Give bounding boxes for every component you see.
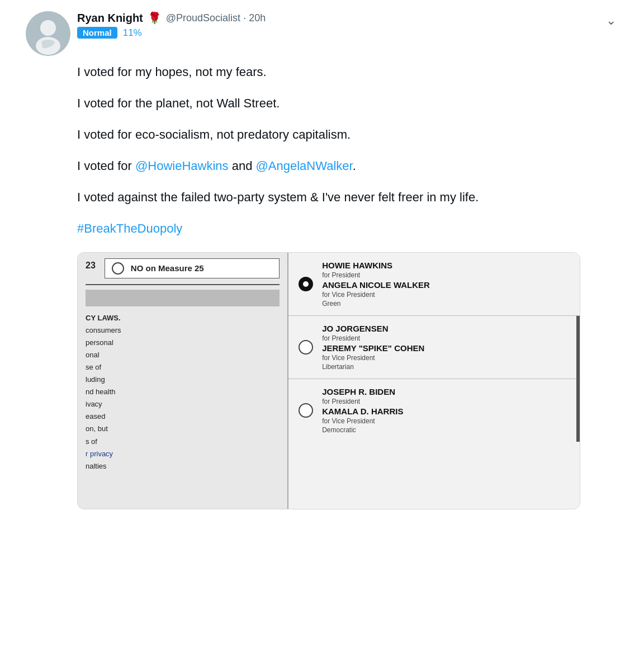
tweet-header: Ryan Knight 🌹 @ProudSocialist · 20h Norm…: [26, 11, 618, 56]
biden-president-name: JOSEPH R. BIDEN: [322, 387, 403, 396]
candidate-info-hawkins: HOWIE HAWKINS for President ANGELA NICOL…: [322, 261, 430, 308]
candidate-row-jorgensen-wrapper: JO JORGENSEN for President JEREMY "SPIKE…: [288, 316, 580, 379]
ballot-measure-box: NO on Measure 25: [105, 258, 280, 278]
candidate-circle-hawkins: [299, 277, 313, 291]
candidate-info-jorgensen: JO JORGENSEN for President JEREMY "SPIKE…: [322, 324, 424, 371]
hawkins-party: Green: [322, 300, 430, 308]
mention-angela[interactable]: @AngelaNWalker: [256, 159, 353, 173]
biden-vp-name: KAMALA D. HARRIS: [322, 407, 403, 416]
tweet-header-left: Ryan Knight 🌹 @ProudSocialist · 20h Norm…: [26, 11, 266, 56]
rose-emoji: 🌹: [148, 11, 162, 25]
normal-badge: Normal: [77, 27, 117, 39]
ballot-right: HOWIE HAWKINS for President ANGELA NICOL…: [288, 253, 580, 509]
chevron-down-icon[interactable]: ⌄: [604, 11, 618, 30]
percent-label: 11%: [123, 27, 142, 39]
right-accent-bar-biden: [576, 379, 580, 442]
hawkins-president-role: for President: [322, 271, 430, 279]
right-accent-bar-jorgensen: [576, 316, 580, 379]
display-name: Ryan Knight: [77, 12, 143, 25]
ballot-left: 23 NO on Measure 25 CY LAWS. consumers p…: [78, 253, 288, 509]
biden-vp-role: for Vice President: [322, 417, 403, 425]
ballot-gray-block: [86, 290, 280, 306]
jorgensen-party: Libertarian: [322, 363, 424, 371]
candidate-row-biden-wrapper: JOSEPH R. BIDEN for President KAMALA D. …: [288, 379, 580, 442]
user-name-row: Ryan Knight 🌹 @ProudSocialist · 20h: [77, 11, 266, 25]
tweet-line-3: I voted for eco-socialism, not predatory…: [77, 125, 618, 144]
hawkins-president-name: HOWIE HAWKINS: [322, 261, 430, 270]
user-meta-row: Normal 11%: [77, 27, 266, 39]
ballot-no-circle: [112, 262, 124, 275]
hawkins-vp-name: ANGELA NICOLE WALKER: [322, 280, 430, 290]
candidate-row-biden: JOSEPH R. BIDEN for President KAMALA D. …: [288, 379, 576, 442]
jorgensen-vp-role: for Vice President: [322, 354, 424, 362]
ballot-measure-text: NO on Measure 25: [131, 263, 204, 273]
ballot-left-text: CY LAWS. consumers personal onal se of l…: [86, 312, 280, 472]
handle[interactable]: @ProudSocialist: [166, 12, 240, 23]
user-info: Ryan Knight 🌹 @ProudSocialist · 20h Norm…: [77, 11, 266, 39]
candidate-row-jorgensen: JO JORGENSEN for President JEREMY "SPIKE…: [288, 316, 576, 379]
candidate-circle-jorgensen: [299, 340, 313, 355]
tweet-text: I voted for my hopes, not my fears. I vo…: [77, 63, 618, 239]
avatar[interactable]: [26, 11, 70, 56]
ballot-top-row: 23 NO on Measure 25: [86, 258, 280, 278]
ballot-divider: [86, 284, 280, 285]
tweet-line-6: #BreakTheDuopoly: [77, 219, 618, 238]
tweet-line-5: I voted against the failed two-party sys…: [77, 188, 618, 207]
handle-time: @ProudSocialist · 20h: [166, 12, 266, 24]
ballot-number-top: 23: [86, 258, 96, 271]
candidate-row-hawkins: HOWIE HAWKINS for President ANGELA NICOL…: [288, 253, 580, 316]
biden-party: Democratic: [322, 426, 403, 434]
svg-point-1: [40, 20, 56, 36]
biden-president-role: for President: [322, 398, 403, 405]
hashtag-breakduopoly[interactable]: #BreakTheDuopoly: [77, 221, 182, 235]
tweet-line-2: I voted for the planet, not Wall Street.: [77, 94, 618, 113]
tweet-body: I voted for my hopes, not my fears. I vo…: [26, 60, 618, 509]
tweet-line-4: I voted for @HowieHawkins and @AngelaNWa…: [77, 157, 618, 176]
hawkins-vp-role: for Vice President: [322, 291, 430, 299]
jorgensen-president-name: JO JORGENSEN: [322, 324, 424, 333]
svg-point-3: [303, 281, 309, 287]
mention-howie[interactable]: @HowieHawkins: [135, 159, 229, 173]
candidate-row-hawkins-wrapper: HOWIE HAWKINS for President ANGELA NICOL…: [288, 253, 580, 316]
ballot-image: 23 NO on Measure 25 CY LAWS. consumers p…: [77, 252, 580, 509]
tweet-time: · 20h: [243, 12, 266, 23]
tweet-line-1: I voted for my hopes, not my fears.: [77, 63, 618, 82]
candidate-circle-biden: [299, 403, 313, 418]
tweet-container: Ryan Knight 🌹 @ProudSocialist · 20h Norm…: [15, 0, 629, 521]
candidate-info-biden: JOSEPH R. BIDEN for President KAMALA D. …: [322, 387, 403, 434]
jorgensen-president-role: for President: [322, 334, 424, 342]
jorgensen-vp-name: JEREMY "SPIKE" COHEN: [322, 343, 424, 353]
